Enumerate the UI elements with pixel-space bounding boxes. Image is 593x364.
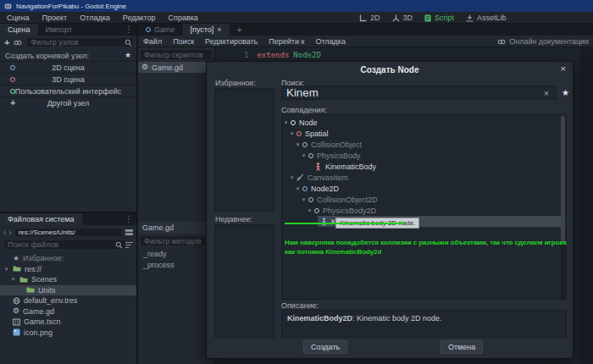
file-tree-item[interactable]: Game.tscn	[0, 317, 136, 328]
workspace-assetlib[interactable]: AssetLib	[466, 14, 507, 22]
file-search-input[interactable]	[3, 240, 126, 250]
nav-forward-icon[interactable]: ›	[8, 228, 11, 237]
menu-item[interactable]: Редактор	[123, 14, 156, 22]
tab-Импорт[interactable]: Импорт	[38, 24, 80, 36]
instance-scene-icon[interactable]	[14, 39, 22, 47]
menu-item[interactable]: Отладка	[315, 37, 346, 46]
scripts-panel: ⚙Game.gd Game.gd _ready_process	[138, 47, 214, 364]
folder-icon	[13, 265, 21, 273]
favorites-box[interactable]	[214, 88, 274, 212]
tab-filesystem[interactable]: Файловая система	[0, 213, 82, 225]
annotation-strike-line	[285, 223, 405, 224]
node-filter-input[interactable]	[26, 37, 134, 47]
menu-item[interactable]: Проект	[42, 14, 68, 22]
clear-search-icon[interactable]: ×	[544, 89, 549, 98]
expand-arrow-icon[interactable]: ▾	[10, 276, 16, 283]
menu-item[interactable]: Перейти к	[269, 37, 304, 46]
node-tree-item[interactable]: ▾Node	[283, 117, 561, 128]
filesystem-panel: Файловая система ⋮ ‹ › res://Scenes/Unit…	[0, 213, 136, 364]
menu-item[interactable]: Файл	[143, 37, 162, 46]
create-root-option[interactable]: +Другой узел	[0, 97, 136, 108]
add-node-icon[interactable]: +	[4, 39, 9, 47]
workspace-3d[interactable]: 3D	[392, 14, 413, 22]
new-tab-icon[interactable]: +	[230, 24, 250, 36]
file-tree-item[interactable]: ▾Scenes	[0, 274, 136, 285]
expand-arrow-icon[interactable]: ▾	[295, 141, 301, 148]
method-filter-input[interactable]	[140, 235, 213, 246]
node-tree-item[interactable]: ▾CollisionObject	[283, 139, 561, 150]
sort-icon[interactable]	[125, 241, 133, 249]
create-root-option[interactable]: 2D сцена	[0, 61, 136, 73]
close-tab-icon[interactable]: ×	[217, 25, 221, 34]
node-circle-icon	[146, 27, 151, 32]
expand-arrow-icon[interactable]: ▾	[3, 266, 9, 273]
menu-item[interactable]: Редактировать	[205, 37, 258, 46]
scene-file-icon	[13, 318, 20, 326]
workspace-script[interactable]: Script	[424, 14, 454, 22]
file-tree-item[interactable]: default_env.tres	[0, 295, 136, 306]
favorite-toggle-icon[interactable]: ★	[562, 88, 569, 97]
favorites-star-icon[interactable]: ★	[125, 52, 131, 59]
expand-arrow-icon[interactable]: ▾	[289, 174, 295, 181]
file-tree-item[interactable]: ⚙Game.gd	[0, 306, 136, 317]
tab-Сцена[interactable]: Сцена	[0, 24, 38, 36]
script-filter-input[interactable]	[140, 49, 213, 60]
node-circle-icon	[308, 153, 313, 158]
node-tree-item[interactable]: KinematicBody2D	[283, 216, 561, 227]
scene-toolbar: +	[0, 36, 136, 49]
expand-arrow-icon[interactable]: ▾	[295, 185, 301, 192]
file-tree-item[interactable]: ★Избранное:	[0, 253, 136, 264]
panel-menu-icon[interactable]: ⋮	[125, 214, 133, 223]
godot-app-icon	[4, 3, 12, 10]
kinematic-body-icon	[320, 218, 328, 226]
node-tree-item[interactable]: ▾Spatial	[283, 128, 561, 139]
description-box: KinematicBody2D: Kinematic body 2D node.	[281, 310, 567, 338]
method-list-item[interactable]: _ready	[138, 249, 214, 260]
node-search-input[interactable]	[281, 85, 557, 100]
create-button[interactable]: Создать	[303, 340, 347, 354]
expand-arrow-icon[interactable]: ▾	[283, 119, 289, 126]
expand-arrow-icon[interactable]: ▾	[301, 152, 307, 159]
panel-menu-icon[interactable]: ⋮	[125, 25, 133, 34]
menu-item[interactable]: Отладка	[80, 14, 110, 22]
expand-arrow-icon[interactable]: ▾	[301, 196, 307, 203]
method-list-item[interactable]: _process	[138, 260, 214, 271]
split-view-icon[interactable]	[125, 229, 133, 236]
file-tree-item[interactable]: icon.png	[0, 328, 136, 339]
cancel-button[interactable]: Отмена	[441, 340, 483, 354]
main-menubar: СценаПроектОтладкаРедакторСправка 2D3DSc…	[0, 12, 593, 24]
current-path: res://Scenes/Units/	[14, 228, 123, 237]
script-gear-icon: ⚙	[141, 63, 148, 71]
script-list-item[interactable]: ⚙Game.gd	[138, 62, 214, 73]
kinematic-body-icon	[314, 163, 322, 171]
description-term: KinematicBody2D	[287, 314, 352, 323]
script-tab-[пусто][interactable]: [пусто]×	[183, 24, 230, 36]
node-tree-item[interactable]: KinematicBody	[283, 161, 561, 172]
node-tree-item[interactable]: ▾CollisionObject2D	[283, 194, 561, 205]
node-tree-item[interactable]: ▾PhysicsBody	[283, 150, 561, 161]
filesystem-tree: ★Избранное:▾res://▾ScenesUnitsdefault_en…	[0, 253, 136, 338]
nav-back-icon[interactable]: ‹	[3, 228, 6, 237]
scrollbar-thumb[interactable]	[561, 116, 565, 243]
online-docs-link[interactable]: Онлайн документация	[497, 36, 589, 47]
node-tree-item[interactable]: ▾PhysicsBody2D	[283, 205, 561, 216]
create-root-option[interactable]: 3D сцена	[0, 73, 136, 85]
menu-item[interactable]: Сцена	[7, 14, 30, 22]
workspace-2d[interactable]: 2D	[359, 14, 380, 22]
script-tab-Game[interactable]: Game	[138, 24, 183, 36]
scripts-list: ⚙Game.gd	[138, 62, 214, 73]
folder-icon	[26, 286, 35, 294]
create-root-option[interactable]: Пользовательский интерфейс	[0, 85, 136, 97]
node-tree-item[interactable]: ▾Node2D	[283, 183, 561, 194]
expand-arrow-icon[interactable]: ▾	[307, 207, 313, 214]
description-label: Описание:	[281, 301, 319, 310]
menu-item[interactable]: Поиск	[173, 37, 194, 46]
expand-arrow-icon[interactable]: ▾	[289, 130, 295, 137]
node-tree-item[interactable]: ▾CanvasItem	[283, 172, 561, 183]
file-tree-item[interactable]: Units	[0, 285, 136, 296]
recent-box[interactable]	[214, 224, 274, 338]
dialog-close-icon[interactable]: ×	[561, 63, 566, 74]
menu-item[interactable]: Справка	[169, 14, 198, 22]
scrollbar[interactable]	[561, 116, 565, 299]
file-tree-item[interactable]: ▾res://	[0, 264, 136, 275]
